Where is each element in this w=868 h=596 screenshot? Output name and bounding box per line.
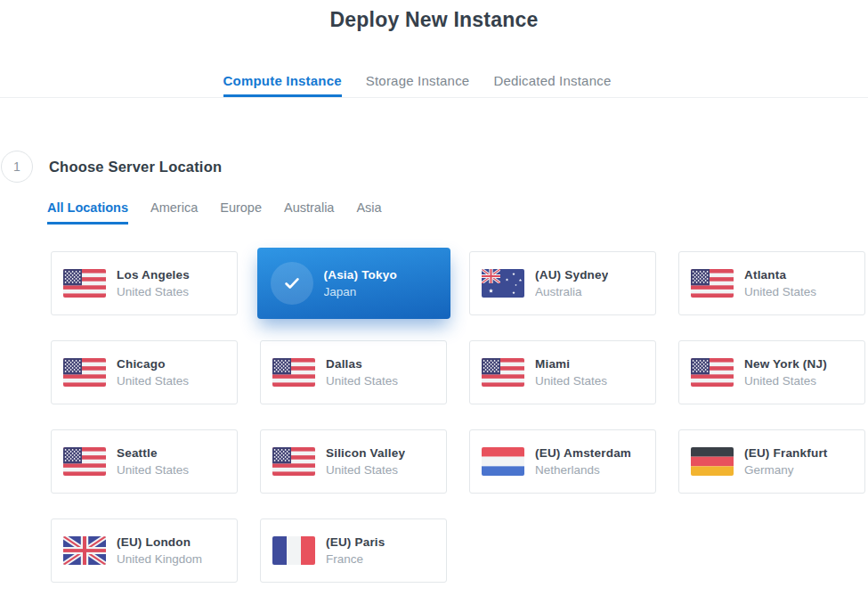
filter-australia[interactable]: Australia xyxy=(284,200,334,225)
location-card-los-angeles[interactable]: Los Angeles United States xyxy=(51,251,238,315)
location-card-atlanta[interactable]: Atlanta United States xyxy=(678,251,865,315)
us-flag-icon xyxy=(272,447,315,476)
location-city: Los Angeles xyxy=(117,268,190,282)
check-icon xyxy=(271,262,313,305)
gb-flag-icon xyxy=(63,536,106,565)
location-card-paris[interactable]: (EU) Paris France xyxy=(260,518,447,583)
location-card-tokyo-selected[interactable]: (Asia) Tokyo Japan xyxy=(257,248,450,319)
location-city: Atlanta xyxy=(744,268,816,282)
tab-compute-instance[interactable]: Compute Instance xyxy=(223,73,342,97)
location-country: United States xyxy=(326,463,405,477)
us-flag-icon xyxy=(63,447,106,476)
location-country: Japan xyxy=(324,285,397,298)
us-flag-icon xyxy=(272,358,315,387)
location-card-frankfurt[interactable]: (EU) Frankfurt Germany xyxy=(678,429,865,494)
location-country: United States xyxy=(117,285,190,298)
location-city: (EU) Paris xyxy=(326,535,385,549)
location-city: Miami xyxy=(535,357,607,371)
location-city: Dallas xyxy=(326,357,398,371)
filter-all-locations[interactable]: All Locations xyxy=(47,200,128,225)
location-card-dallas[interactable]: Dallas United States xyxy=(260,340,447,404)
location-card-sydney[interactable]: (AU) Sydney Australia xyxy=(469,251,656,315)
filter-america[interactable]: America xyxy=(150,200,198,225)
section-header: 1 Choose Server Location xyxy=(0,151,868,183)
location-country: France xyxy=(326,552,385,566)
location-card-seattle[interactable]: Seattle United States xyxy=(51,429,238,494)
us-flag-icon xyxy=(691,358,734,387)
location-country: Australia xyxy=(535,285,608,298)
location-country: United States xyxy=(117,463,189,477)
filter-asia[interactable]: Asia xyxy=(356,200,381,225)
location-city: (EU) Amsterdam xyxy=(535,446,631,460)
section-title: Choose Server Location xyxy=(49,159,222,176)
tab-storage-instance[interactable]: Storage Instance xyxy=(366,73,470,97)
location-grid: Los Angeles United States (Asia) Tokyo J… xyxy=(51,251,868,583)
location-card-miami[interactable]: Miami United States xyxy=(469,340,656,404)
location-city: (Asia) Tokyo xyxy=(324,268,397,282)
location-city: (EU) Frankfurt xyxy=(744,446,828,460)
location-card-amsterdam[interactable]: (EU) Amsterdam Netherlands xyxy=(469,429,656,494)
fr-flag-icon xyxy=(272,536,315,565)
instance-type-tabs: Compute Instance Storage Instance Dedica… xyxy=(0,73,868,98)
filter-europe[interactable]: Europe xyxy=(220,200,262,225)
tab-dedicated-instance[interactable]: Dedicated Instance xyxy=(493,73,611,97)
location-city: Silicon Valley xyxy=(326,446,405,460)
location-country: Netherlands xyxy=(535,463,631,477)
page-title: Deploy New Instance xyxy=(0,0,868,32)
de-flag-icon xyxy=(691,447,734,476)
us-flag-icon xyxy=(63,269,106,298)
location-country: Germany xyxy=(744,463,828,477)
location-country: United Kingdom xyxy=(117,552,202,566)
au-flag-icon xyxy=(482,269,524,298)
location-city: Seattle xyxy=(117,446,189,460)
location-city: Chicago xyxy=(117,357,189,371)
us-flag-icon xyxy=(482,358,524,387)
location-card-chicago[interactable]: Chicago United States xyxy=(51,340,238,404)
location-city: (AU) Sydney xyxy=(535,268,608,282)
location-filter-tabs: All Locations America Europe Australia A… xyxy=(47,200,868,225)
location-country: United States xyxy=(744,374,827,388)
location-country: United States xyxy=(535,374,607,388)
us-flag-icon xyxy=(691,269,734,298)
location-country: United States xyxy=(326,374,398,388)
location-country: United States xyxy=(117,374,189,388)
location-card-london[interactable]: (EU) London United Kingdom xyxy=(51,518,238,583)
location-city: New York (NJ) xyxy=(744,357,827,371)
location-country: United States xyxy=(744,285,816,298)
nl-flag-icon xyxy=(482,447,524,476)
location-card-silicon-valley[interactable]: Silicon Valley United States xyxy=(260,429,447,494)
location-city: (EU) London xyxy=(117,535,202,549)
location-card-new-york[interactable]: New York (NJ) United States xyxy=(678,340,865,404)
us-flag-icon xyxy=(63,358,106,387)
step-number-badge: 1 xyxy=(1,151,33,183)
